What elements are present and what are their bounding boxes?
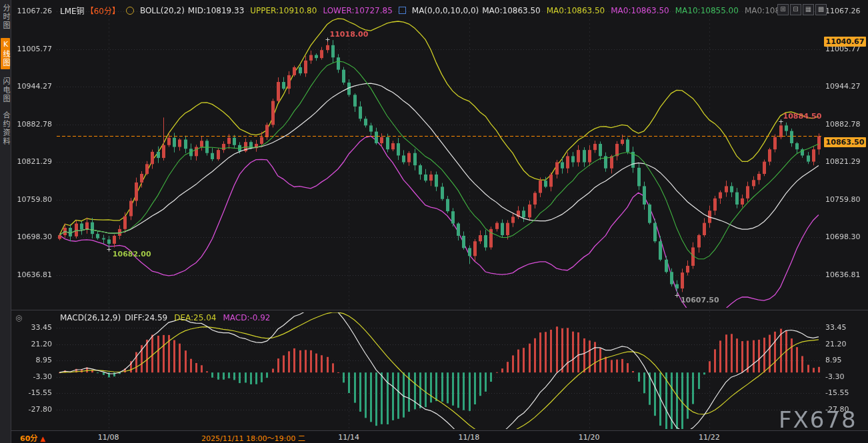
macd-tick: -3.30 xyxy=(825,372,844,381)
symbol-label: LME铜 xyxy=(60,5,85,16)
chart-mode-sidebar: 分时图 K线图 闪电图 合约资料 xyxy=(0,0,11,443)
macd-tick: 33.45 xyxy=(31,323,53,332)
macd-tick: -15.55 xyxy=(29,388,52,397)
bottom-status-bar: 60分 ▲ 2025/11/11 18:00～19:00 二 xyxy=(11,431,868,443)
macd-tick: 21.20 xyxy=(31,340,53,348)
ma0-white-value: MA0:10863.50 xyxy=(482,6,541,15)
x-axis-date: 11/22 xyxy=(699,433,720,442)
ma0-magenta-value: MA0:10863.50 xyxy=(611,6,669,15)
x-axis-date: 11/18 xyxy=(459,433,480,442)
sidebar-item-flash-chart[interactable]: 闪电图 xyxy=(1,77,10,103)
single-chart-icon[interactable]: ⊞ xyxy=(777,4,789,15)
macd-dea-value: DEA:25.04 xyxy=(174,313,216,322)
last-price-tag: 10863.50 xyxy=(824,137,866,147)
boll-upper-value: UPPER:10910.80 xyxy=(250,6,317,15)
macd-tick: -3.30 xyxy=(33,372,52,381)
boll-lower-value: LOWER:10727.85 xyxy=(323,6,392,15)
macd-panel-icon[interactable]: ◎ xyxy=(15,313,22,322)
trading-chart-window: 分时图 K线图 闪电图 合约资料 LME铜 【60分】 BOLL(20,2) M… xyxy=(0,0,868,443)
macd-tick: 8.95 xyxy=(36,356,53,364)
fx678-watermark: FX678 xyxy=(779,406,857,433)
macd-tick: 21.20 xyxy=(825,340,847,348)
period-up-arrow-icon: ▲ xyxy=(40,435,45,442)
upper-price-tag: 11040.67 xyxy=(824,37,866,47)
x-axis-date: 11/14 xyxy=(338,433,359,442)
x-axis-date: 11/08 xyxy=(98,433,119,442)
ma-group-label: MA(0,0,0,10,0,0) xyxy=(412,6,479,15)
ma-settings-icon[interactable] xyxy=(399,7,406,14)
period-selector[interactable]: 60分 ▲ xyxy=(20,432,45,443)
ma0-gray-value: MA0:108 xyxy=(745,6,780,15)
sidebar-item-kline-chart[interactable]: K线图 xyxy=(1,38,10,69)
chart-layout-buttons: ⊞ ⊟ ▦ ▩ xyxy=(777,4,827,15)
hover-time-label: 2025/11/11 18:00～19:00 二 xyxy=(201,432,305,443)
price-annotation-low: 10682.00 xyxy=(113,250,151,258)
macd-tick: 33.45 xyxy=(825,323,847,332)
period-label: 【60分】 xyxy=(86,5,120,16)
macd-tick: 8.95 xyxy=(825,356,842,364)
ma0-yellow-value: MA0:10863.50 xyxy=(547,6,605,15)
boll-label: BOLL(20,2) xyxy=(140,6,185,15)
dual-chart-icon[interactable]: ⊟ xyxy=(790,4,801,15)
sidebar-item-timeline-chart[interactable]: 分时图 xyxy=(1,4,10,30)
macd-label: MACD(26,12,9) xyxy=(60,313,121,322)
macd-indicator-bar: MACD(26,12,9) DIFF:24.59 DEA:25.04 MACD:… xyxy=(60,313,270,322)
candlestick-chart-canvas[interactable] xyxy=(0,0,868,443)
period-settings-icon[interactable] xyxy=(126,7,134,15)
indicator-bar: LME铜 【60分】 BOLL(20,2) MID:10819.33 UPPER… xyxy=(60,5,780,16)
boll-mid-value: MID:10819.33 xyxy=(188,6,244,15)
macd-axis-right: 33.45 21.20 8.95 -3.30 -15.55 -27.80 xyxy=(825,0,866,443)
price-annotation-high: 11018.00 xyxy=(330,30,369,39)
macd-tick: -27.80 xyxy=(29,405,52,414)
multi-chart-icon[interactable]: ▩ xyxy=(815,4,827,15)
sidebar-item-contract-info[interactable]: 合约资料 xyxy=(1,111,10,146)
price-annotation-low: 10607.50 xyxy=(681,296,719,304)
macd-diff-value: DIFF:24.59 xyxy=(125,313,167,322)
ma10-value: MA10:10855.00 xyxy=(675,6,739,15)
x-axis-date: 11/20 xyxy=(579,433,600,442)
quad-chart-icon[interactable]: ▦ xyxy=(803,4,814,15)
price-annotation-high: 10884.50 xyxy=(783,112,822,121)
macd-value: MACD:-0.92 xyxy=(223,313,270,322)
macd-tick: -15.55 xyxy=(825,388,849,397)
